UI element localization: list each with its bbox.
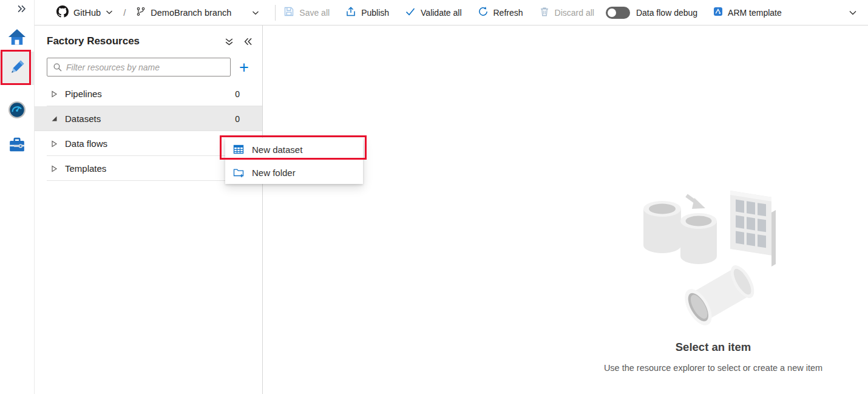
validate-all-button[interactable]: Validate all: [397, 0, 469, 25]
checkmark-icon: [405, 6, 416, 19]
discard-all-label: Discard all: [555, 8, 594, 18]
data-flow-debug-toggle-group: Data flow debug: [606, 7, 697, 19]
left-nav-rail: [0, 0, 35, 394]
pencil-icon: [8, 59, 25, 78]
chevron-down-icon[interactable]: [252, 9, 259, 16]
save-all-label: Save all: [299, 8, 330, 18]
sidebar-item-author[interactable]: [0, 52, 34, 85]
repo-separator: /: [123, 7, 126, 18]
canvas-empty-state: Select an item Use the resource explorer…: [586, 191, 841, 373]
chevron-down-icon[interactable]: [849, 8, 857, 17]
chevron-right-icon[interactable]: [51, 140, 65, 148]
tree-item-datasets[interactable]: Datasets 0: [35, 106, 262, 131]
empty-state-subtitle: Use the resource explorer to select or c…: [586, 363, 841, 373]
save-icon: [283, 6, 294, 19]
azure-data-factory-app: GitHub / DemoBranch branch: [0, 0, 868, 394]
sidebar-item-manage[interactable]: [0, 136, 34, 155]
filter-resources-input[interactable]: [65, 62, 230, 73]
folder-add-icon: [233, 167, 244, 178]
publish-label: Publish: [361, 8, 389, 18]
branch-name-label[interactable]: DemoBranch branch: [151, 8, 231, 18]
arm-template-label: ARM template: [728, 8, 782, 18]
refresh-button[interactable]: Refresh: [470, 0, 531, 25]
tree-item-count: 0: [235, 89, 240, 99]
trash-icon: [539, 6, 550, 19]
chevron-right-icon[interactable]: [51, 165, 65, 172]
add-resource-button[interactable]: +: [231, 58, 257, 76]
repo-selector: GitHub / DemoBranch branch: [56, 5, 259, 19]
validate-all-label: Validate all: [421, 8, 461, 18]
data-flow-debug-label: Data flow debug: [636, 8, 697, 18]
collapse-panel-icon[interactable]: [243, 37, 253, 46]
discard-all-button[interactable]: Discard all: [531, 0, 602, 25]
data-flow-debug-toggle[interactable]: [606, 7, 630, 19]
tree-item-count: 0: [235, 114, 240, 124]
tree-item-label: Templates: [65, 163, 106, 174]
publish-icon: [345, 6, 356, 19]
toolbox-icon: [8, 136, 25, 155]
tree-item-label: Pipelines: [65, 89, 102, 99]
filter-row: +: [47, 58, 257, 76]
tree-item-pipelines[interactable]: Pipelines 0: [35, 81, 262, 106]
sidebar-item-monitor[interactable]: [0, 101, 34, 121]
expand-rail-icon[interactable]: [17, 4, 26, 16]
publish-button[interactable]: Publish: [337, 0, 397, 25]
menu-item-new-folder[interactable]: New folder: [225, 161, 363, 184]
tree-item-label: Datasets: [65, 114, 101, 124]
arm-template-menu[interactable]: ARM template: [713, 7, 782, 18]
panel-header: Factory Resources: [35, 25, 262, 47]
gauge-icon: [8, 101, 26, 121]
datasets-context-menu: New dataset New folder: [225, 138, 363, 184]
top-toolbar: GitHub / DemoBranch branch: [35, 0, 868, 25]
chevron-down-icon[interactable]: [106, 8, 113, 18]
refresh-icon: [478, 6, 489, 19]
arm-template-icon: [713, 7, 723, 18]
empty-state-title: Select an item: [586, 341, 841, 354]
sidebar-item-home[interactable]: [0, 28, 34, 49]
menu-item-label: New folder: [252, 168, 296, 178]
tree-item-label: Data flows: [65, 138, 107, 149]
save-all-button[interactable]: Save all: [276, 0, 337, 25]
panel-title: Factory Resources: [47, 35, 215, 47]
toggle-knob: [608, 8, 616, 17]
search-box: [47, 58, 231, 76]
github-icon: [56, 5, 69, 19]
select-item-illustration: [634, 191, 792, 333]
search-icon: [53, 63, 63, 72]
collapse-all-icon[interactable]: [225, 37, 234, 46]
triangle-expanded-icon[interactable]: [51, 115, 65, 122]
refresh-label: Refresh: [493, 8, 523, 18]
repo-provider-label[interactable]: GitHub: [73, 8, 101, 18]
menu-item-new-dataset[interactable]: New dataset: [225, 138, 363, 161]
home-icon: [8, 28, 26, 49]
table-icon: [233, 144, 244, 155]
factory-resources-panel: Factory Resources +: [35, 25, 263, 394]
menu-item-label: New dataset: [252, 144, 302, 155]
git-branch-icon: [136, 7, 146, 18]
chevron-right-icon[interactable]: [51, 90, 65, 98]
